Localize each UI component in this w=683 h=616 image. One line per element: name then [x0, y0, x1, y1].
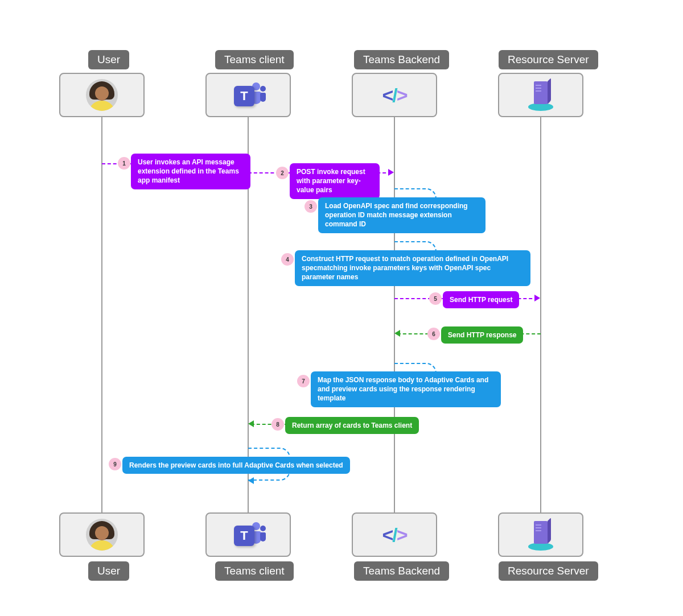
- step-4-message: Construct HTTP request to match operatio…: [295, 250, 530, 286]
- arrowhead-step-6: [394, 330, 400, 337]
- teams-icon: T: [232, 80, 265, 110]
- server-icon: [527, 519, 554, 551]
- lane-label-user-top: User: [88, 50, 129, 69]
- actor-backend-top: </>: [352, 73, 437, 117]
- arrowhead-step-8: [248, 420, 254, 427]
- step-6-message: Send HTTP response: [441, 326, 523, 344]
- step-number-8: 8: [271, 418, 284, 431]
- actor-client-top: T: [205, 73, 291, 117]
- step-number-7: 7: [297, 375, 310, 387]
- arrowhead-step-2: [388, 169, 394, 176]
- code-icon: </>: [382, 524, 406, 546]
- step-number-1: 1: [118, 157, 130, 169]
- lifeline-backend: [394, 117, 395, 512]
- step-number-5: 5: [429, 292, 442, 305]
- arrowhead-step-9: [248, 477, 254, 484]
- step-number-9: 9: [109, 458, 121, 470]
- actor-backend-bottom: </>: [352, 512, 437, 557]
- step-3-message: Load OpenAPI spec and find corresponding…: [318, 197, 485, 233]
- actor-user-bottom: [59, 512, 145, 557]
- teams-icon: T: [232, 520, 265, 549]
- step-7-message: Map the JSON response body to Adaptive C…: [311, 371, 501, 407]
- actor-server-top: [498, 73, 583, 117]
- lifeline-server: [540, 117, 541, 512]
- user-avatar-icon: [86, 79, 118, 111]
- user-avatar-icon: [86, 519, 118, 551]
- step-5-message: Send HTTP request: [443, 291, 519, 308]
- lifeline-user: [101, 117, 102, 512]
- arrowhead-step-5: [534, 295, 540, 301]
- step-number-2: 2: [276, 167, 289, 179]
- lane-label-user-bottom: User: [88, 561, 129, 581]
- code-icon: </>: [382, 84, 406, 106]
- step-9-message: Renders the preview cards into full Adap…: [122, 457, 350, 474]
- actor-client-bottom: T: [205, 512, 291, 557]
- lane-label-server-top: Resource Server: [499, 50, 598, 69]
- step-1-message: User invokes an API message extension de…: [131, 154, 250, 189]
- step-8-message: Return array of cards to Teams client: [285, 417, 419, 434]
- actor-user-top: [59, 73, 145, 117]
- lane-label-client-top: Teams client: [215, 50, 294, 69]
- lane-label-client-bottom: Teams client: [215, 561, 294, 581]
- server-icon: [527, 79, 554, 111]
- actor-server-bottom: [498, 512, 583, 557]
- step-2-message: POST invoke request with parameter key-v…: [290, 163, 380, 199]
- step-number-6: 6: [427, 328, 440, 340]
- lane-label-backend-bottom: Teams Backend: [354, 561, 449, 581]
- step-number-4: 4: [281, 253, 294, 266]
- step-number-3: 3: [305, 200, 317, 213]
- sequence-diagram: User Teams client Teams Backend Resource…: [0, 0, 683, 616]
- lane-label-server-bottom: Resource Server: [499, 561, 598, 581]
- lane-label-backend-top: Teams Backend: [354, 50, 449, 69]
